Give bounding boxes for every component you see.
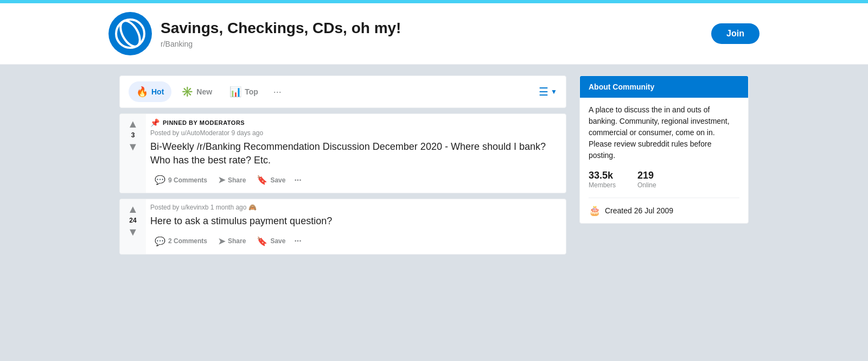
chevron-down-icon: ▼ [551, 88, 557, 96]
feed-column: 🔥 Hot ✳️ New 📊 Top ··· ☰ ▼ ▲ 3 ▼ [119, 75, 566, 260]
more-button[interactable]: ··· [292, 172, 303, 188]
post-body: 📌 PINNED BY MODERATORS Posted by u/AutoM… [146, 114, 566, 193]
chart-icon: 📊 [229, 86, 241, 98]
members-value: 33.5k [589, 170, 616, 181]
about-header-title: About Community [589, 83, 739, 91]
post-body: Posted by u/kevinxb 1 month ago 🙈 Here t… [146, 199, 566, 254]
community-header: Savings, Checkings, CDs, oh my! r/Bankin… [0, 3, 868, 65]
vote-count: 24 [129, 217, 136, 224]
comments-button[interactable]: 💬 9 Comments [150, 172, 212, 188]
community-logo [108, 12, 152, 55]
sort-top-button[interactable]: 📊 Top [222, 81, 266, 102]
vote-column: ▲ 24 ▼ [120, 199, 146, 254]
post-card: ▲ 24 ▼ Posted by u/kevinxb 1 month ago 🙈… [119, 199, 566, 254]
bookmark-icon: 🔖 [257, 175, 267, 185]
members-stat: 33.5k Members [589, 170, 616, 189]
sidebar: About Community A place to discuss the i… [579, 75, 749, 260]
sort-hot-button[interactable]: 🔥 Hot [129, 81, 171, 102]
join-button[interactable]: Join [711, 23, 760, 44]
pinned-label: 📌 PINNED BY MODERATORS [150, 118, 559, 127]
sparkle-icon: ✳️ [181, 86, 193, 98]
online-stat: 219 Online [637, 170, 656, 189]
post-title[interactable]: Bi-Weekly /r/Banking Recommendation Disc… [150, 140, 559, 167]
pin-icon: 📌 [150, 118, 159, 127]
pinned-text: PINNED BY MODERATORS [163, 119, 245, 126]
cake-icon: 🎂 [589, 205, 601, 217]
vote-column: ▲ 3 ▼ [120, 114, 146, 193]
online-label: Online [637, 181, 656, 189]
post-meta: Posted by u/kevinxb 1 month ago 🙈 [150, 204, 559, 211]
more-button[interactable]: ··· [292, 233, 303, 249]
created-label: Created 26 Jul 2009 [605, 206, 673, 215]
layout-icon: ☰ [539, 85, 548, 98]
share-icon: ➤ [218, 236, 225, 246]
downvote-button[interactable]: ▼ [127, 226, 138, 237]
main-content: 🔥 Hot ✳️ New 📊 Top ··· ☰ ▼ ▲ 3 ▼ [108, 65, 760, 271]
online-value: 219 [637, 170, 656, 181]
post-meta: Posted by u/AutoModerator 9 days ago [150, 129, 559, 137]
layout-button[interactable]: ☰ ▼ [539, 85, 557, 98]
downvote-button[interactable]: ▼ [127, 141, 138, 152]
share-icon: ➤ [218, 175, 225, 185]
created-row: 🎂 Created 26 Jul 2009 [589, 205, 739, 217]
comment-icon: 💬 [155, 236, 165, 246]
about-description: A place to discuss the in and outs of ba… [589, 104, 739, 161]
community-title: Savings, Checkings, CDs, oh my! [161, 19, 703, 37]
sort-new-button[interactable]: ✳️ New [174, 81, 220, 102]
save-button[interactable]: 🔖 Save [252, 172, 290, 188]
about-card: About Community A place to discuss the i… [579, 75, 749, 224]
about-header: About Community [580, 76, 748, 98]
post-card: ▲ 3 ▼ 📌 PINNED BY MODERATORS Posted by u… [119, 113, 566, 193]
community-name: r/Banking [161, 40, 703, 48]
divider [589, 198, 739, 198]
members-label: Members [589, 181, 616, 189]
comments-button[interactable]: 💬 2 Comments [150, 233, 212, 250]
about-body: A place to discuss the in and outs of ba… [580, 98, 748, 223]
post-title[interactable]: Here to ask a stimulus payment question? [150, 214, 559, 228]
post-actions: 💬 9 Comments ➤ Share 🔖 Save ··· [150, 172, 559, 188]
comment-icon: 💬 [155, 175, 165, 185]
sort-bar: 🔥 Hot ✳️ New 📊 Top ··· ☰ ▼ [119, 75, 566, 108]
stats-row: 33.5k Members 219 Online [589, 170, 739, 189]
sort-more-button[interactable]: ··· [268, 82, 287, 102]
upvote-button[interactable]: ▲ [127, 204, 138, 214]
vote-count: 3 [131, 131, 135, 139]
fire-icon: 🔥 [136, 86, 148, 98]
community-info: Savings, Checkings, CDs, oh my! r/Bankin… [161, 19, 703, 48]
share-button[interactable]: ➤ Share [214, 172, 250, 188]
upvote-button[interactable]: ▲ [127, 118, 138, 129]
share-button[interactable]: ➤ Share [214, 233, 250, 250]
bookmark-icon: 🔖 [257, 236, 267, 246]
save-button[interactable]: 🔖 Save [252, 233, 290, 250]
post-actions: 💬 2 Comments ➤ Share 🔖 Save ··· [150, 233, 559, 250]
